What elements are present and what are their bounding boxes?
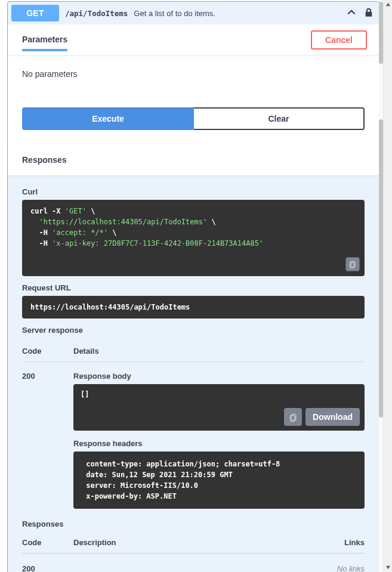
viewport: GET /api/TodoItems Get a list of to do i… [0,0,392,572]
doc-row-links: No links [317,564,365,572]
operation-panel: GET /api/TodoItems Get a list of to do i… [7,1,379,572]
operation-path: /api/TodoItems [65,9,128,18]
response-body-box: [] Download [73,384,365,431]
doc-row-description-cell: Success [73,564,317,572]
curl-accept: 'accept: */*' [52,228,108,237]
download-button[interactable]: Download [305,408,360,426]
action-buttons-row: Execute Clear [8,107,379,144]
collapse-icon[interactable] [347,8,356,19]
inner-scrollbar-track[interactable] [379,0,383,572]
clipboard-icon [348,260,357,268]
curl-apikey: 'x-api-key: 27D8F7C7-113F-4242-B08F-214B… [52,239,263,248]
svg-marker-5 [386,566,390,569]
curl-indent1 [30,218,39,226]
curl-code-box: curl -X 'GET' \ 'https://localhost:44305… [22,200,365,276]
curl-cont2: \ [108,228,116,237]
responses-header: Responses [8,144,379,175]
method-badge: GET [11,5,59,21]
curl-label: Curl [22,187,365,196]
curl-url: 'https://localhost:44305/api/TodoItems' [39,218,207,226]
doc-code-column-header: Code [22,538,73,547]
operation-header[interactable]: GET /api/TodoItems Get a list of to do i… [8,2,379,24]
doc-row-code: 200 [22,564,73,572]
operation-header-actions [347,8,375,19]
server-response-row: 200 Response body [] Download [22,362,365,509]
parameters-bar: Parameters Cancel [8,24,379,55]
response-body-label: Response body [73,372,365,381]
curl-cont1: \ [207,218,215,226]
operation-description: Get a list of to do items. [134,9,341,18]
scroll-up-button[interactable] [384,0,392,9]
doc-description-column-header: Description [73,538,317,547]
clipboard-icon [289,413,298,422]
scroll-down-button[interactable] [384,563,392,572]
outer-scrollbar-track[interactable] [383,0,392,572]
copy-response-button[interactable] [284,408,302,426]
svg-marker-4 [386,3,390,6]
content-area: GET /api/TodoItems Get a list of to do i… [7,0,379,572]
chevron-down-icon [385,565,391,570]
server-response-label: Server response [22,326,365,335]
code-column-header: Code [22,347,73,355]
responses-block: Curl curl -X 'GET' \ 'https://localhost:… [8,175,379,572]
doc-links-column-header: Links [317,538,365,547]
response-headers-label: Response headers [73,439,365,448]
response-headers-box: content-type: application/json; charset=… [73,452,365,509]
curl-cmd: curl -X [30,207,65,215]
cancel-button[interactable]: Cancel [311,30,367,50]
execute-button[interactable]: Execute [22,107,194,130]
response-body-value: [] [81,390,89,398]
inner-scrollbar-thumb-top[interactable] [379,2,383,64]
curl-indent3: -H [30,239,52,248]
inner-scrollbar-thumb-mid[interactable] [379,119,383,418]
server-response-details: Response body [] Download Response heade… [73,372,365,509]
curl-method: 'GET' [65,207,87,215]
no-parameters-message: No parameters [8,55,379,107]
parameters-tab[interactable]: Parameters [22,35,67,51]
chevron-up-icon [385,2,391,7]
responses-doc-header: Responses [22,509,365,528]
copy-curl-button[interactable] [345,257,360,271]
request-url-box: https://localhost:44305/api/TodoItems [22,296,365,319]
responses-doc-table-head: Code Description Links [22,532,365,554]
responses-doc-row: 200 Success No links [22,554,365,572]
curl-cont0: \ [87,207,95,215]
curl-indent2: -H [30,228,52,237]
clear-button[interactable]: Clear [194,107,365,130]
lock-icon[interactable] [365,8,373,19]
server-response-table-head: Code Details [22,341,365,362]
details-column-header: Details [73,347,365,355]
request-url-label: Request URL [22,283,365,292]
response-body-actions: Download [284,408,360,426]
server-response-code: 200 [22,372,73,381]
